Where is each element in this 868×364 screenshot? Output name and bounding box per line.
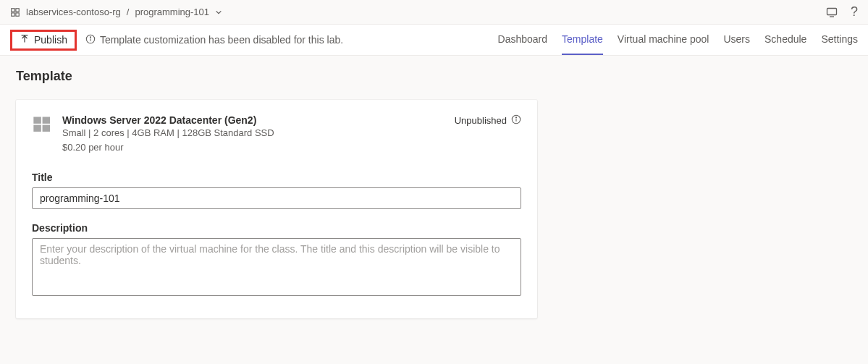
svg-rect-14 — [43, 125, 51, 132]
content-area: Template Windows Server 2022 Datacenter … — [0, 56, 868, 331]
publish-label: Publish — [34, 34, 67, 46]
description-input[interactable] — [32, 238, 521, 296]
description-label: Description — [32, 222, 521, 234]
svg-rect-0 — [12, 8, 14, 11]
vm-summary-row: Windows Server 2022 Datacenter (Gen2) Sm… — [32, 114, 521, 154]
tabs: Dashboard Template Virtual machine pool … — [498, 25, 858, 55]
svg-rect-11 — [33, 117, 41, 124]
page-title: Template — [16, 69, 852, 84]
status-info-icon[interactable] — [511, 114, 521, 127]
upload-icon — [20, 34, 30, 46]
vm-specs: Small | 2 cores | 4GB RAM | 128GB Standa… — [62, 126, 444, 140]
tab-template[interactable]: Template — [562, 25, 603, 55]
help-icon[interactable]: ? — [851, 4, 858, 20]
toolbar: Publish Template customization has been … — [0, 24, 868, 56]
top-right-actions: ? — [826, 4, 858, 20]
vm-price: $0.20 per hour — [62, 140, 444, 155]
svg-rect-13 — [33, 125, 41, 132]
top-bar: labservices-contoso-rg / programming-101… — [0, 0, 868, 24]
svg-rect-2 — [12, 12, 14, 15]
resource-group-icon — [10, 7, 20, 17]
tab-dashboard[interactable]: Dashboard — [498, 25, 548, 55]
status-badge: Unpublished — [455, 114, 521, 127]
svg-point-17 — [515, 117, 516, 118]
windows-icon — [32, 114, 52, 135]
breadcrumb-separator: / — [127, 7, 130, 17]
breadcrumb-root[interactable]: labservices-contoso-rg — [26, 7, 121, 17]
breadcrumb: labservices-contoso-rg / programming-101 — [10, 7, 222, 17]
tab-users[interactable]: Users — [723, 25, 750, 55]
tab-settings[interactable]: Settings — [821, 25, 858, 55]
svg-rect-1 — [16, 8, 19, 11]
tab-schedule[interactable]: Schedule — [764, 25, 806, 55]
status-text: Unpublished — [455, 115, 507, 126]
info-icon — [85, 34, 96, 46]
svg-rect-3 — [16, 12, 19, 15]
publish-button[interactable]: Publish — [10, 30, 77, 51]
info-message: Template customization has been disabled… — [85, 34, 343, 46]
tab-vmpool[interactable]: Virtual machine pool — [618, 25, 709, 55]
info-text: Template customization has been disabled… — [100, 34, 343, 46]
breadcrumb-current[interactable]: programming-101 — [135, 7, 209, 17]
chevron-down-icon[interactable] — [215, 9, 222, 16]
svg-rect-4 — [827, 8, 836, 14]
svg-rect-12 — [43, 117, 51, 124]
vm-name: Windows Server 2022 Datacenter (Gen2) — [62, 114, 444, 126]
monitor-icon[interactable] — [826, 7, 838, 18]
title-label: Title — [32, 172, 521, 183]
template-card: Windows Server 2022 Datacenter (Gen2) Sm… — [16, 100, 537, 318]
svg-point-10 — [90, 36, 90, 37]
title-input[interactable] — [32, 187, 521, 209]
